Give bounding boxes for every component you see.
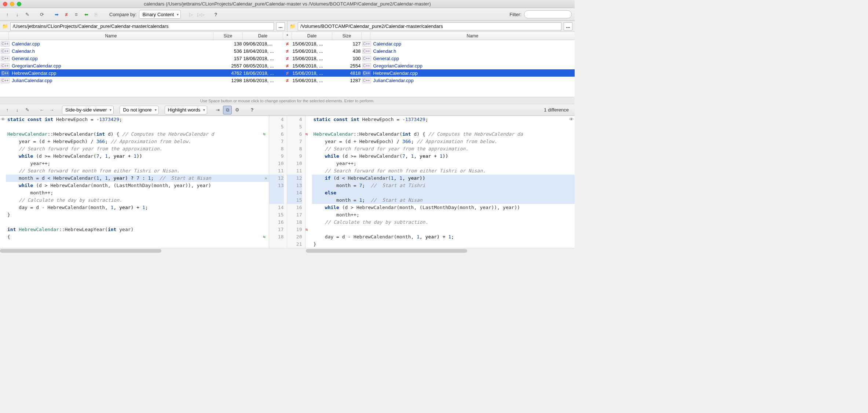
file-date-left: 09/06/2018,... [243, 41, 283, 47]
step-play-button[interactable]: ▷ [187, 10, 195, 19]
right-path-browse-button[interactable]: ... [564, 22, 572, 30]
titlebar: calendars (/Users/jetbrains/CLionProject… [0, 0, 575, 8]
prev-diff-button[interactable]: ↑ [3, 10, 12, 19]
file-date-right: 15/06/2018, ... [292, 78, 332, 83]
apply-right-chevron[interactable]: » [264, 175, 267, 182]
file-date-left: 18/06/2018, ... [243, 78, 283, 83]
next-diff-button[interactable]: ↓ [13, 10, 22, 19]
gutter-line-right: 18 [287, 219, 302, 226]
gutter-line-right: 11 [287, 167, 302, 175]
diff-prev-button[interactable]: ↑ [3, 106, 12, 114]
gutter-line-left: 16 [269, 219, 284, 226]
gutter-line-right: 7 [287, 138, 302, 145]
settings-button[interactable]: ⚙ [233, 106, 242, 114]
eye-icon[interactable]: 👁 [569, 117, 574, 122]
diff-toolbar: ↑ ↓ ✎ ← → Side-by-side viewer Do not ign… [0, 104, 575, 116]
help-button[interactable]: ? [211, 10, 220, 19]
diff-marker[interactable]: ≠ [283, 63, 292, 69]
diff-marker[interactable]: ≠ [283, 41, 292, 47]
file-name-left: GregorianCalendar.cpp [10, 63, 213, 69]
file-row[interactable]: C++HebrewCalendar.cpp476218/06/2018, ...… [0, 69, 575, 77]
diff-next-button[interactable]: ↓ [13, 106, 22, 114]
file-date-left: 08/05/2018, ... [243, 63, 283, 69]
filter-input[interactable] [524, 10, 572, 18]
file-row[interactable]: C++General.cpp15718/06/2018, ...≠15/06/2… [0, 55, 575, 62]
left-path-browse-button[interactable]: ... [276, 22, 285, 30]
col-icon-right [362, 32, 370, 40]
cpp-file-icon: C++ [1, 56, 10, 61]
file-name-left: Calendar.cpp [10, 41, 213, 47]
equal-filter-button[interactable]: = [72, 10, 81, 19]
diff-right-pane[interactable]: 👁 static const int HebrewEpoch = -137342… [305, 116, 575, 248]
left-path-input[interactable]: /Users/jetbrains/CLionProjects/Calendar_… [10, 22, 274, 30]
file-name-left: General.cpp [10, 56, 213, 61]
compare-by-select[interactable]: Binary Content [139, 10, 181, 19]
file-date-left: 18/06/2018, ... [243, 70, 283, 76]
nav-back-button[interactable]: ← [37, 106, 46, 114]
col-diff-marker[interactable]: * [283, 32, 292, 40]
col-size-right[interactable]: Size [332, 32, 362, 40]
file-size-left: 2557 [213, 63, 243, 69]
gutter-line-right: 20 [287, 233, 302, 241]
cpp-file-icon: C++ [362, 48, 371, 54]
right-path-input[interactable]: /Volumes/BOOTCAMP/Calendar_pure2/Calenda… [298, 22, 561, 30]
file-row[interactable]: C++Calendar.cpp13809/06/2018,...≠15/06/2… [0, 40, 575, 47]
minimize-window-button[interactable] [10, 2, 14, 6]
gutter-line-right: 8 [287, 145, 302, 153]
compare-by-label: Compare by: [109, 12, 136, 17]
gutter-line-left [269, 189, 284, 197]
collapse-unchanged-button[interactable]: ⇥ [213, 106, 222, 114]
cpp-file-icon: C++ [362, 41, 371, 47]
cpp-file-icon: C++ [1, 48, 10, 54]
file-size-right: 438 [332, 48, 362, 54]
ignore-mode-select[interactable]: Do not ignore [120, 106, 158, 114]
diff-left-pane[interactable]: 👁 static const int HebrewEpoch = -137342… [0, 116, 269, 248]
gutter-line-right: 21 [287, 241, 302, 248]
folder-icon: 📁 [290, 23, 296, 29]
cpp-file-icon: C++ [362, 70, 371, 76]
file-date-left: 18/06/2018, ... [243, 56, 283, 61]
nav-forward-button[interactable]: → [47, 106, 56, 114]
swap-arrow-icon[interactable]: ⇆ [263, 233, 266, 241]
file-size-right: 4818 [332, 70, 362, 76]
file-row[interactable]: C++Calendar.h53618/04/2018, ...≠15/06/20… [0, 47, 575, 55]
diff-marker[interactable]: ≠ [283, 48, 292, 54]
copy-left-button[interactable]: ⬅ [82, 10, 91, 19]
compare-by-value: Binary Content [142, 12, 174, 17]
zoom-window-button[interactable] [17, 2, 21, 6]
folder-icon: 📁 [2, 23, 8, 29]
diff-edit-button[interactable]: ✎ [23, 106, 32, 114]
cpp-file-icon: C++ [362, 78, 371, 83]
gutter-line-right: 16 [287, 204, 302, 211]
copy-right-button[interactable]: ➡ [52, 10, 61, 19]
col-name-right[interactable]: Name [370, 32, 575, 40]
diff-marker[interactable]: ≠ [283, 70, 292, 76]
col-date-left[interactable]: Date [243, 32, 283, 40]
highlight-mode-select[interactable]: Highlight words [165, 106, 208, 114]
eye-icon[interactable]: 👁 [1, 117, 6, 122]
step-forward-button[interactable]: ▷▷ [197, 10, 205, 19]
refresh-button[interactable]: ⟳ [37, 10, 46, 19]
close-window-button[interactable] [3, 2, 7, 6]
left-hscrollbar[interactable] [0, 248, 269, 253]
diff-help-button[interactable]: ? [248, 106, 256, 114]
col-name-left[interactable]: Name [9, 32, 213, 40]
col-size-left[interactable]: Size [213, 32, 243, 40]
cpp-file-icon: C++ [1, 63, 10, 69]
file-row[interactable]: C++GregorianCalendar.cpp255708/05/2018, … [0, 62, 575, 69]
diff-marker[interactable]: ≠ [283, 78, 292, 83]
file-size-left: 1298 [213, 78, 243, 83]
col-date-right[interactable]: Date [292, 32, 332, 40]
file-row[interactable]: C++JulianCalendar.cpp129818/06/2018, ...… [0, 77, 575, 84]
sync-scroll-button[interactable]: ⧉ [223, 106, 232, 114]
edit-button[interactable]: ✎ [23, 10, 32, 19]
gutter-line-left: 15 [269, 211, 284, 219]
swap-arrow-icon[interactable]: ⇆ [263, 131, 266, 138]
not-equal-filter-button[interactable]: ≠ [62, 10, 71, 19]
gutter-line-right: 19⇆ [287, 226, 302, 233]
cpp-file-icon: C++ [1, 78, 10, 83]
file-size-right: 127 [332, 41, 362, 47]
diff-marker[interactable]: ≠ [283, 56, 292, 61]
right-hscrollbar[interactable] [306, 248, 575, 253]
viewer-mode-select[interactable]: Side-by-side viewer [62, 106, 114, 114]
